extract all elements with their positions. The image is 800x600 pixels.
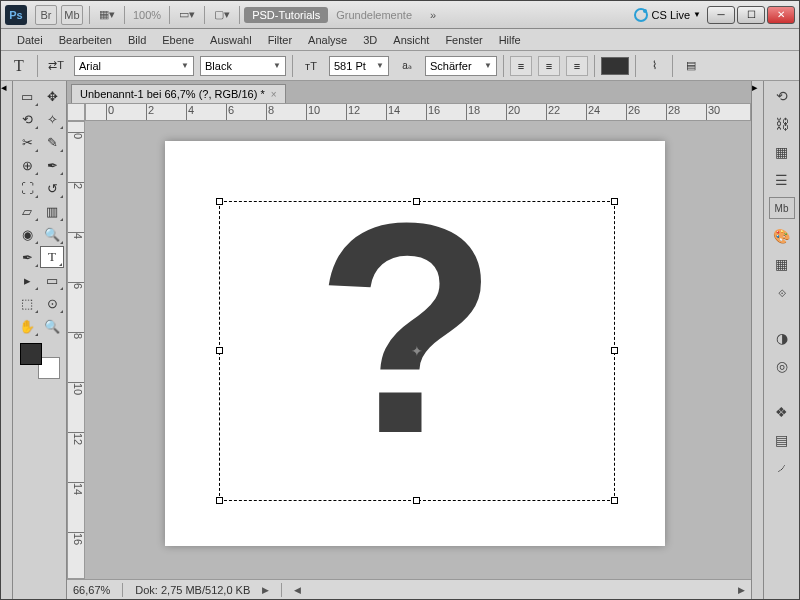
character-panel-icon[interactable]: ▤ [679, 55, 703, 77]
left-dock-collapse[interactable]: ◂ [1, 81, 13, 599]
hand-tool[interactable]: ✋ [15, 315, 39, 337]
right-dock-collapse[interactable]: ▸ [751, 81, 763, 599]
status-docinfo[interactable]: Dok: 2,75 MB/512,0 KB [135, 584, 250, 596]
window-minimize-button[interactable]: ─ [707, 6, 735, 24]
3d-object-tool[interactable]: ⬚ [15, 292, 39, 314]
menu-ansicht[interactable]: Ansicht [385, 32, 437, 48]
dodge-tool[interactable]: 🔍 [40, 223, 64, 245]
magic-wand-tool[interactable]: ✧ [40, 108, 64, 130]
workspace-more-icon[interactable]: » [422, 5, 444, 25]
stamp-tool[interactable]: ⛶ [15, 177, 39, 199]
menu-3d[interactable]: 3D [355, 32, 385, 48]
menu-ebene[interactable]: Ebene [154, 32, 202, 48]
type-tool[interactable]: T [40, 246, 64, 268]
brush-tool[interactable]: ✒ [40, 154, 64, 176]
color-panel-icon[interactable]: 🎨 [769, 225, 795, 247]
info-panel-icon[interactable]: ☰ [769, 169, 795, 191]
workspace-psd-tutorials[interactable]: PSD-Tutorials [244, 7, 328, 23]
tool-preset-icon[interactable]: T [7, 55, 31, 77]
properties-panel-icon[interactable]: ▦ [769, 141, 795, 163]
pen-tool[interactable]: ✒ [15, 246, 39, 268]
handle-n[interactable] [413, 198, 420, 205]
eyedropper-tool[interactable]: ✎ [40, 131, 64, 153]
bridge-icon[interactable]: Br [35, 5, 57, 25]
status-zoom[interactable]: 66,67% [73, 584, 110, 596]
transform-anchor-icon[interactable]: ✦ [411, 345, 423, 357]
healing-tool[interactable]: ⊕ [15, 154, 39, 176]
paths-panel-icon[interactable]: ⟋ [769, 457, 795, 479]
menu-analyse[interactable]: Analyse [300, 32, 355, 48]
font-style-select[interactable]: Black▼ [200, 56, 286, 76]
window-close-button[interactable]: ✕ [767, 6, 795, 24]
3d-camera-tool[interactable]: ⊙ [40, 292, 64, 314]
canvas-area[interactable]: ? ✦ [85, 121, 751, 579]
scroll-right-icon[interactable]: ▶ [738, 585, 745, 595]
crop-tool[interactable]: ✂ [15, 131, 39, 153]
move-tool[interactable]: ✥ [40, 85, 64, 107]
align-center-button[interactable]: ≡ [538, 56, 560, 76]
workspace-grundelemente[interactable]: Grundelemente [328, 7, 420, 23]
shape-tool[interactable]: ▭ [40, 269, 64, 291]
eraser-tool[interactable]: ▱ [15, 200, 39, 222]
cs-live-icon [634, 8, 648, 22]
menu-bearbeiten[interactable]: Bearbeiten [51, 32, 120, 48]
foreground-background-colors[interactable] [20, 343, 60, 379]
cs-live-button[interactable]: CS Live ▼ [634, 8, 701, 22]
actions-panel-icon[interactable]: ⛓ [769, 113, 795, 135]
menu-datei[interactable]: Datei [9, 32, 51, 48]
document-tab[interactable]: Unbenannt-1 bei 66,7% (?, RGB/16) * × [71, 84, 286, 103]
menu-bild[interactable]: Bild [120, 32, 154, 48]
ruler-vertical[interactable]: 0246810121416 [67, 121, 85, 579]
scroll-left-icon[interactable]: ◀ [294, 585, 301, 595]
align-left-button[interactable]: ≡ [510, 56, 532, 76]
status-menu-icon[interactable]: ▶ [262, 585, 269, 595]
ruler-horizontal[interactable]: 024681012141618202224262830 [85, 103, 751, 121]
canvas[interactable]: ? ✦ [165, 141, 665, 546]
warp-text-icon[interactable]: ⌇ [642, 55, 666, 77]
handle-sw[interactable] [216, 497, 223, 504]
channels-panel-icon[interactable]: ▤ [769, 429, 795, 451]
history-brush-tool[interactable]: ↺ [40, 177, 64, 199]
text-orientation-icon[interactable]: ⇄T [44, 55, 68, 77]
handle-ne[interactable] [611, 198, 618, 205]
handle-s[interactable] [413, 497, 420, 504]
marquee-tool[interactable]: ▭ [15, 85, 39, 107]
lasso-tool[interactable]: ⟲ [15, 108, 39, 130]
menu-filter[interactable]: Filter [260, 32, 300, 48]
swatches-panel-icon[interactable]: ▦ [769, 253, 795, 275]
foreground-color-swatch[interactable] [20, 343, 42, 365]
handle-e[interactable] [611, 347, 618, 354]
menu-auswahl[interactable]: Auswahl [202, 32, 260, 48]
window-maximize-button[interactable]: ☐ [737, 6, 765, 24]
screen-mode-icon[interactable]: ▢▾ [211, 5, 233, 25]
minibridge-panel-icon[interactable]: Mb [769, 197, 795, 219]
ruler-origin[interactable] [67, 103, 85, 121]
masks-panel-icon[interactable]: ◎ [769, 355, 795, 377]
history-panel-icon[interactable]: ⟲ [769, 85, 795, 107]
align-right-button[interactable]: ≡ [566, 56, 588, 76]
minibridge-icon[interactable]: Mb [61, 5, 83, 25]
handle-w[interactable] [216, 347, 223, 354]
blur-tool[interactable]: ◉ [15, 223, 39, 245]
font-family-value: Arial [79, 60, 101, 72]
transform-bounding-box[interactable]: ✦ [219, 201, 615, 501]
path-select-tool[interactable]: ▸ [15, 269, 39, 291]
antialias-select[interactable]: Schärfer▼ [425, 56, 497, 76]
adjustments-panel-icon[interactable]: ◑ [769, 327, 795, 349]
cs-live-label: CS Live [652, 9, 691, 21]
zoom-level[interactable]: 100% [133, 9, 161, 21]
styles-panel-icon[interactable]: ⟐ [769, 281, 795, 303]
text-color-swatch[interactable] [601, 57, 629, 75]
view-extras-icon[interactable]: ▦▾ [96, 5, 118, 25]
close-icon[interactable]: × [271, 89, 277, 100]
arrange-icon[interactable]: ▭▾ [176, 5, 198, 25]
gradient-tool[interactable]: ▥ [40, 200, 64, 222]
menu-hilfe[interactable]: Hilfe [491, 32, 529, 48]
handle-se[interactable] [611, 497, 618, 504]
layers-panel-icon[interactable]: ❖ [769, 401, 795, 423]
font-size-input[interactable]: 581 Pt▼ [329, 56, 389, 76]
zoom-tool[interactable]: 🔍 [40, 315, 64, 337]
handle-nw[interactable] [216, 198, 223, 205]
menu-fenster[interactable]: Fenster [437, 32, 490, 48]
font-family-select[interactable]: Arial▼ [74, 56, 194, 76]
